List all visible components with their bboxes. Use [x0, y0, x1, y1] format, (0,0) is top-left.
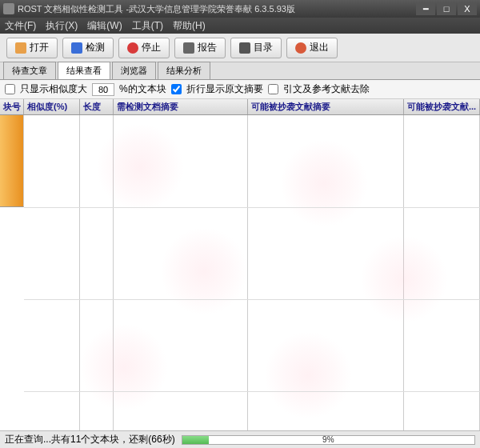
- status-bar: 正在查询...共有11个文本块，还剩(66秒) 9%: [0, 430, 480, 448]
- col-length[interactable]: 长度: [80, 99, 114, 114]
- check-button[interactable]: 检测: [62, 38, 114, 58]
- close-button[interactable]: X: [458, 2, 477, 15]
- window-controls: ━ □ X: [416, 2, 477, 15]
- col-body-5: [404, 115, 480, 430]
- results-table: 块号 相似度(%) 长度 需检测文档摘要 可能被抄袭文献摘要 可能被抄袭文献..…: [0, 99, 480, 430]
- toc-button[interactable]: 目录: [230, 38, 282, 58]
- grid-line: [24, 299, 480, 300]
- filter-bar: 只显示相似度大 %的文本块 折行显示原文摘要 引文及参考文献去除: [0, 80, 480, 99]
- menu-bar: 文件(F) 执行(X) 编辑(W) 工具(T) 帮助(H): [0, 18, 480, 34]
- report-icon: [183, 42, 194, 54]
- col-body-2: [80, 115, 114, 430]
- exit-button[interactable]: 退出: [286, 38, 338, 58]
- col-source-abstract[interactable]: 可能被抄袭文献摘要: [248, 99, 404, 114]
- toc-icon: [239, 42, 250, 54]
- wrap-label: 折行显示原文摘要: [186, 82, 263, 96]
- tab-strip: 待查文章 结果查看 浏览器 结果分析: [0, 62, 480, 80]
- threshold-input[interactable]: [92, 83, 114, 96]
- only-show-label: 只显示相似度大: [20, 82, 87, 96]
- maximize-button[interactable]: □: [437, 2, 456, 15]
- toolbar: 打开 检测 停止 报告 目录 退出: [0, 34, 480, 62]
- wrap-checkbox[interactable]: [171, 84, 182, 94]
- menu-run[interactable]: 执行(X): [46, 19, 78, 33]
- status-text: 正在查询...共有11个文本块，还剩(66秒): [5, 433, 175, 446]
- minimize-button[interactable]: ━: [416, 2, 435, 15]
- stop-icon: [127, 42, 138, 54]
- title-bar: ROST 文档相似性检测工具 -武汉大学信息管理学院荣誉奉献 6.3.5.93版…: [0, 0, 480, 18]
- open-label: 打开: [30, 41, 49, 54]
- open-icon: [15, 42, 26, 54]
- ref-remove-checkbox[interactable]: [268, 84, 278, 94]
- progress-fill: [182, 436, 209, 444]
- report-label: 报告: [198, 41, 217, 54]
- menu-help[interactable]: 帮助(H): [173, 19, 206, 33]
- tab-pending[interactable]: 待查文章: [3, 62, 56, 79]
- progress-percent: 9%: [322, 435, 334, 444]
- check-icon: [71, 42, 82, 54]
- col-body-4: [248, 115, 404, 430]
- tab-analysis[interactable]: 结果分析: [158, 62, 210, 79]
- col-similarity[interactable]: 相似度(%): [24, 99, 80, 114]
- exit-label: 退出: [310, 41, 329, 54]
- exit-icon: [295, 42, 306, 54]
- row-header-gutter: [0, 115, 24, 207]
- col-body-3: [114, 115, 248, 430]
- open-button[interactable]: 打开: [6, 38, 58, 58]
- app-icon: [3, 3, 14, 14]
- window-title: ROST 文档相似性检测工具 -武汉大学信息管理学院荣誉奉献 6.3.5.93版: [18, 3, 416, 15]
- col-body-1: [24, 115, 80, 430]
- table-header: 块号 相似度(%) 长度 需检测文档摘要 可能被抄袭文献摘要 可能被抄袭文献..…: [0, 99, 480, 115]
- only-show-checkbox[interactable]: [5, 84, 15, 94]
- menu-file[interactable]: 文件(F): [5, 19, 36, 33]
- grid-line: [24, 391, 480, 392]
- col-block-no[interactable]: 块号: [0, 99, 24, 114]
- col-doc-abstract[interactable]: 需检测文档摘要: [114, 99, 248, 114]
- report-button[interactable]: 报告: [174, 38, 226, 58]
- tab-results[interactable]: 结果查看: [58, 62, 110, 79]
- menu-tool[interactable]: 工具(T): [132, 19, 163, 33]
- progress-bar: 9%: [182, 435, 475, 445]
- menu-edit[interactable]: 编辑(W): [87, 19, 122, 33]
- toc-label: 目录: [254, 41, 273, 54]
- threshold-suffix: %的文本块: [119, 82, 166, 96]
- table-body: [0, 115, 480, 430]
- stop-button[interactable]: 停止: [118, 38, 170, 58]
- col-source-doc[interactable]: 可能被抄袭文献...: [404, 99, 480, 114]
- stop-label: 停止: [142, 41, 161, 54]
- check-label: 检测: [86, 41, 105, 54]
- grid-line: [24, 207, 480, 208]
- ref-remove-label: 引文及参考文献去除: [283, 82, 370, 96]
- tab-browser[interactable]: 浏览器: [112, 62, 156, 79]
